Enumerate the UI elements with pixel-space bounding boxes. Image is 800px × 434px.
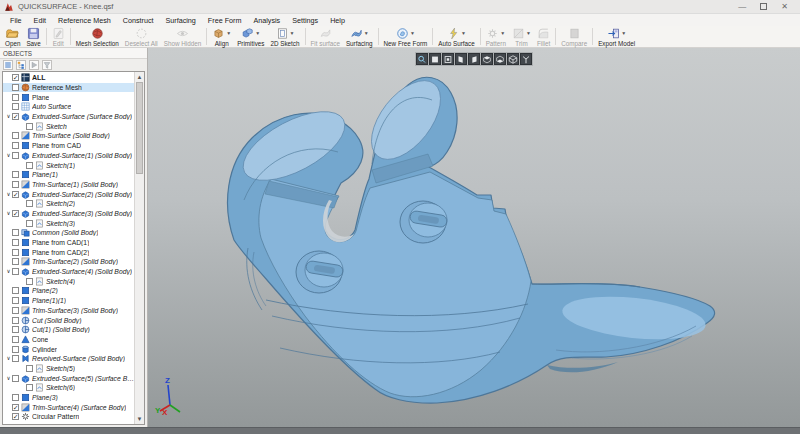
tree-item-plane-2[interactable]: Plane(2) xyxy=(3,286,134,296)
view-iso-button[interactable] xyxy=(507,53,519,65)
visibility-checkbox[interactable] xyxy=(12,249,19,256)
tree-item-cylinder[interactable]: Cylinder xyxy=(3,344,134,354)
tree-item-trim-surface-4-surface-body[interactable]: ✓Trim-Surface(4) (Surface Body) xyxy=(3,402,134,412)
visibility-checkbox[interactable] xyxy=(12,142,19,149)
visibility-checkbox[interactable] xyxy=(26,365,33,372)
view-right-button[interactable] xyxy=(468,53,480,65)
visibility-checkbox[interactable] xyxy=(12,239,19,246)
toolbar-button-deselect-all[interactable]: Deselect All xyxy=(122,26,161,47)
maximize-button[interactable] xyxy=(760,3,767,10)
menu-item-help[interactable]: Help xyxy=(324,16,351,25)
tree-item-plane-1[interactable]: Plane(1) xyxy=(3,170,134,180)
visibility-checkbox[interactable] xyxy=(12,229,19,236)
visibility-checkbox[interactable] xyxy=(12,355,19,362)
toolbar-button-compare[interactable]: Compare xyxy=(558,26,590,47)
toolbar-button-auto-surface[interactable]: ▼Auto Surface xyxy=(435,26,477,47)
view-axes-button[interactable] xyxy=(520,53,532,65)
visibility-checkbox[interactable] xyxy=(12,103,19,110)
tree-item-sketch-4[interactable]: Sketch(4) xyxy=(3,276,134,286)
tree-item-plane-3[interactable]: Plane(3) xyxy=(3,393,134,403)
play-icon[interactable] xyxy=(29,60,39,70)
toolbar-button-open[interactable]: Open xyxy=(2,26,23,47)
dropdown-arrow-icon[interactable]: ▼ xyxy=(364,31,369,36)
filter-icon[interactable] xyxy=(42,60,52,70)
visibility-checkbox[interactable] xyxy=(12,181,19,188)
toolbar-button-mesh-selection[interactable]: Mesh Selection xyxy=(73,26,122,47)
viewport-3d[interactable]: Z X Y xyxy=(148,48,800,427)
list-view-icon[interactable] xyxy=(3,60,13,70)
tree-item-cut-solid-body[interactable]: Cut (Solid Body) xyxy=(3,315,134,325)
visibility-checkbox[interactable] xyxy=(12,297,19,304)
tree-item-extruded-surface-1-solid-body[interactable]: ∨Extruded-Surface(1) (Solid Body) xyxy=(3,151,134,161)
toolbar-button-new-free-form[interactable]: ▼New Free Form xyxy=(381,26,431,47)
toolbar-button-fit-surface[interactable]: Fit surface xyxy=(308,26,343,47)
tree-item-plane-from-cad-1[interactable]: Plane from CAD(1) xyxy=(3,238,134,248)
toolbar-button-show-hidden[interactable]: Show Hidden xyxy=(161,26,204,47)
visibility-checkbox[interactable]: ✓ xyxy=(12,413,19,420)
visibility-checkbox[interactable] xyxy=(26,220,33,227)
menu-item-settings[interactable]: Settings xyxy=(286,16,324,25)
dropdown-arrow-icon[interactable]: ▼ xyxy=(461,31,466,36)
expander-icon[interactable]: ∨ xyxy=(5,191,12,198)
visibility-checkbox[interactable] xyxy=(26,384,33,391)
visibility-checkbox[interactable] xyxy=(12,171,19,178)
tree-item-plane[interactable]: Plane xyxy=(3,92,134,102)
toolbar-button-surfacing[interactable]: ▼Surfacing xyxy=(343,26,376,47)
scroll-down-icon[interactable]: ▼ xyxy=(135,414,144,424)
visibility-checkbox[interactable] xyxy=(12,326,19,333)
visibility-checkbox[interactable] xyxy=(12,317,19,324)
visibility-checkbox[interactable] xyxy=(12,287,19,294)
tree-item-plane-1-1[interactable]: Plane(1)(1) xyxy=(3,296,134,306)
expander-icon[interactable]: ∨ xyxy=(5,152,12,159)
visibility-checkbox[interactable] xyxy=(12,375,19,382)
tree-item-extruded-surface-3-solid-body[interactable]: ∨✓Extruded-Surface(3) (Solid Body) xyxy=(3,209,134,219)
tree-item-trim-surface-1-solid-body[interactable]: Trim-Surface(1) (Solid Body) xyxy=(3,180,134,190)
expander-icon[interactable]: ∨ xyxy=(5,268,12,275)
visibility-checkbox[interactable] xyxy=(12,346,19,353)
visibility-checkbox[interactable]: ✓ xyxy=(12,191,19,198)
toolbar-button-align[interactable]: ▼Align xyxy=(209,26,234,47)
dropdown-arrow-icon[interactable]: ▼ xyxy=(226,31,231,36)
toolbar-button-pattern[interactable]: ▼Pattern xyxy=(483,26,509,47)
visibility-checkbox[interactable]: ✓ xyxy=(12,210,19,217)
tree-item-extruded-surface-surface-body[interactable]: ∨✓Extruded-Surface (Surface Body) xyxy=(3,112,134,122)
tree-item-sketch-1[interactable]: Sketch(1) xyxy=(3,160,134,170)
visibility-checkbox[interactable] xyxy=(12,258,19,265)
expander-icon[interactable]: ∨ xyxy=(5,113,12,120)
expander-icon[interactable]: ∨ xyxy=(5,210,12,217)
zoom-fit-button[interactable] xyxy=(416,53,428,65)
tree-item-trim-surface-3-solid-body[interactable]: Trim-Surface(3) (Solid Body) xyxy=(3,306,134,316)
toolbar-button-primitives[interactable]: ▼Primitives xyxy=(234,26,267,47)
visibility-checkbox[interactable] xyxy=(12,94,19,101)
tree-item-sketch-2[interactable]: Sketch(2) xyxy=(3,199,134,209)
visibility-checkbox[interactable] xyxy=(12,394,19,401)
menu-item-surfacing[interactable]: Surfacing xyxy=(159,16,201,25)
menu-item-analysis[interactable]: Analysis xyxy=(247,16,286,25)
visibility-checkbox[interactable]: ✓ xyxy=(12,404,19,411)
tree-item-extruded-surface-4-solid-body[interactable]: ∨Extruded-Surface(4) (Solid Body) xyxy=(3,267,134,277)
view-top-button[interactable] xyxy=(481,53,493,65)
menu-item-edit[interactable]: Edit xyxy=(28,16,52,25)
visibility-checkbox[interactable] xyxy=(12,307,19,314)
toolbar-button-save[interactable]: Save xyxy=(23,26,43,47)
tree-item-revolved-surface-solid-body[interactable]: ∨Revolved-Surface (Solid Body) xyxy=(3,354,134,364)
dropdown-arrow-icon[interactable]: ▼ xyxy=(255,31,260,36)
tree-item-extruded-surface-2-solid-body[interactable]: ∨✓Extruded-Surface(2) (Solid Body) xyxy=(3,189,134,199)
visibility-checkbox[interactable] xyxy=(26,123,33,130)
visibility-checkbox[interactable] xyxy=(12,336,19,343)
tree-item-auto-surface[interactable]: Auto Surface xyxy=(3,102,134,112)
view-front-button[interactable] xyxy=(429,53,441,65)
expander-icon[interactable]: ∨ xyxy=(5,375,12,382)
tree-item-cone[interactable]: Cone xyxy=(3,335,134,345)
visibility-checkbox[interactable]: ✓ xyxy=(12,74,19,81)
toolbar-button-trim[interactable]: ▼Trim xyxy=(509,26,534,47)
visibility-checkbox[interactable] xyxy=(12,268,19,275)
toolbar-button-2d-sketch[interactable]: ▼2D Sketch xyxy=(267,26,302,47)
tree-item-cut-1-solid-body[interactable]: Cut(1) (Solid Body) xyxy=(3,325,134,335)
menu-item-reference-mesh[interactable]: Reference Mesh xyxy=(52,16,117,25)
tree-item-circular-pattern[interactable]: ✓Circular Pattern xyxy=(3,412,134,422)
visibility-checkbox[interactable] xyxy=(26,200,33,207)
tree-scrollbar[interactable]: ▲ ▼ xyxy=(134,72,144,424)
tree-item-plane-from-cad-2[interactable]: Plane from CAD(2) xyxy=(3,247,134,257)
dropdown-arrow-icon[interactable]: ▼ xyxy=(526,31,531,36)
